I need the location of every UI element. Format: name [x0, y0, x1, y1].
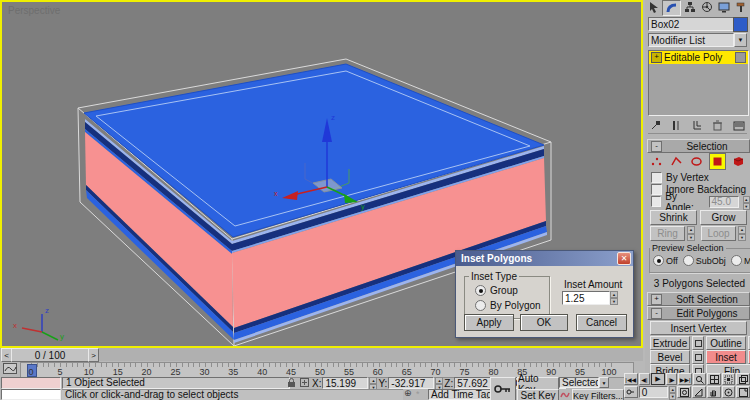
bevel-button[interactable]: Bevel	[650, 350, 690, 364]
previous-frame-button[interactable]: ◀|	[639, 373, 651, 385]
y-spinner[interactable]: ▲▼	[435, 377, 443, 389]
arc-rotate-icon[interactable]	[722, 386, 736, 398]
pin-stack-icon[interactable]	[650, 120, 661, 131]
tab-display[interactable]	[715, 0, 732, 14]
inset-button[interactable]: Inset	[706, 350, 746, 364]
play-button[interactable]: ▶	[651, 373, 665, 385]
zoom-extents-icon[interactable]	[722, 373, 736, 385]
time-configuration-icon[interactable]	[677, 386, 691, 398]
tab-modify[interactable]	[662, 0, 681, 16]
go-to-end-button[interactable]: ▶▶|	[678, 373, 692, 385]
inset-amount-spinner[interactable]: ▲▼	[610, 291, 618, 305]
loop-button[interactable]: Loop	[701, 226, 736, 241]
x-spinner[interactable]: ▲▼	[369, 377, 377, 389]
inset-type-option-by-polygon[interactable]: By Polygon	[475, 300, 549, 311]
expand-icon[interactable]: +	[651, 52, 662, 63]
expand-icon[interactable]: +	[651, 294, 662, 305]
insert-vertex-button[interactable]: Insert Vertex	[650, 321, 747, 335]
collapse-icon[interactable]: -	[651, 308, 662, 319]
x-label: X:	[312, 378, 321, 389]
zoom-icon[interactable]	[693, 373, 707, 385]
configure-modifier-sets-icon[interactable]	[733, 120, 745, 131]
modifier-list-dropdown[interactable]: Modifier List ▼	[648, 33, 747, 47]
absolute-mode-icon[interactable]	[299, 377, 310, 388]
viewport-label[interactable]: Perspective	[8, 5, 60, 16]
min-max-toggle-icon[interactable]	[736, 386, 750, 398]
key-filters-curve-icon[interactable]	[559, 389, 571, 400]
time-slider-track[interactable]: < 0 / 100 >	[0, 348, 643, 361]
grow-button[interactable]: Grow	[700, 210, 747, 225]
object-name-field[interactable]: Box02	[648, 17, 734, 31]
frame-spinner[interactable]: ▲▼	[669, 386, 676, 398]
next-frame-button[interactable]: |▶	[666, 373, 678, 385]
maxscript-mini-listener[interactable]	[1, 389, 61, 400]
chevron-down-icon[interactable]: ▼	[734, 33, 747, 47]
zoom-all-icon[interactable]	[707, 373, 721, 385]
rollout-edit-polygons[interactable]: - Edit Polygons	[647, 306, 750, 320]
next-frame-arrow[interactable]: >	[88, 348, 99, 362]
tab-motion[interactable]	[698, 0, 715, 14]
by-angle-checkbox[interactable]: By Angle: 45.0 ▲▼	[651, 196, 750, 207]
polygon-mode-icon[interactable]	[709, 153, 726, 170]
make-unique-icon[interactable]	[692, 120, 703, 131]
set-key-mode-icon[interactable]	[490, 377, 516, 400]
globe-icon[interactable]: ⊕	[404, 388, 412, 398]
inset-amount-field[interactable]: 1.25	[562, 291, 610, 305]
light-toggle-icon[interactable]	[735, 52, 746, 63]
border-mode-icon[interactable]	[689, 154, 704, 169]
rollout-soft-selection[interactable]: + Soft Selection	[647, 292, 750, 306]
apply-button[interactable]: Apply	[464, 314, 514, 331]
time-slider-handle[interactable]: 0 / 100	[11, 348, 89, 362]
preview-off-radio[interactable]	[653, 255, 664, 266]
extrude-button[interactable]: Extrude	[650, 336, 690, 350]
element-mode-icon[interactable]	[731, 154, 746, 169]
close-icon[interactable]: ✕	[617, 252, 631, 265]
selection-set-dropdown[interactable]: Selected ▼	[559, 377, 609, 388]
macro-recorder-mini-listener[interactable]	[1, 377, 61, 389]
extrude-settings-icon[interactable]	[692, 336, 704, 350]
by-angle-field[interactable]: 45.0	[709, 196, 739, 208]
ring-spinner[interactable]: ▲▼	[687, 226, 695, 241]
inset-type-option-group[interactable]: Group	[475, 285, 549, 296]
ok-button[interactable]: OK	[520, 314, 568, 331]
edge-mode-icon[interactable]	[669, 154, 684, 169]
dialog-titlebar[interactable]: Inset Polygons ✕	[456, 251, 633, 266]
bevel-settings-icon[interactable]	[692, 350, 704, 364]
loop-spinner[interactable]: ▲▼	[738, 226, 746, 241]
tab-create[interactable]	[645, 0, 662, 14]
by-vertex-checkbox[interactable]: By Vertex	[651, 172, 709, 183]
field-of-view-icon[interactable]	[692, 386, 706, 398]
key-mode-toggle-icon[interactable]	[624, 386, 638, 398]
svg-text:x: x	[274, 190, 278, 197]
set-key-button[interactable]: Set Key	[517, 389, 559, 400]
ring-button[interactable]: Ring	[650, 226, 685, 241]
shrink-button[interactable]: Shrink	[650, 210, 697, 225]
by-angle-spinner[interactable]: ▲▼	[743, 196, 750, 208]
outline-button[interactable]: Outline	[706, 336, 746, 350]
mini-curve-editor-icon[interactable]	[2, 362, 18, 375]
remove-modifier-icon[interactable]	[712, 120, 723, 131]
show-end-result-icon[interactable]	[671, 120, 682, 131]
add-time-tag[interactable]: Add Time Tag	[428, 389, 492, 400]
radio-group[interactable]	[475, 285, 486, 296]
selection-lock-icon[interactable]	[286, 377, 297, 388]
tab-hierarchy[interactable]	[681, 0, 698, 14]
collapse-icon[interactable]: -	[651, 141, 662, 152]
key-filters-button[interactable]: Key Filters...	[572, 389, 624, 400]
modifier-stack-item[interactable]: + Editable Poly	[649, 51, 748, 64]
rollout-selection[interactable]: - Selection	[647, 139, 750, 153]
zoom-extents-all-icon[interactable]	[736, 373, 750, 385]
selection-set-value: Selected	[559, 377, 599, 388]
object-color-swatch[interactable]	[733, 17, 748, 32]
vertex-mode-icon[interactable]	[649, 154, 664, 169]
current-frame-field[interactable]: 0	[639, 386, 668, 398]
tab-utilities[interactable]	[732, 0, 749, 14]
radio-by-polygon[interactable]	[475, 300, 486, 311]
go-to-start-button[interactable]: |◀◀	[624, 373, 638, 385]
pan-hand-icon[interactable]	[707, 386, 721, 398]
chevron-down-icon[interactable]: ▼	[599, 377, 609, 388]
preview-multi-radio[interactable]	[731, 255, 742, 266]
preview-subobj-radio[interactable]	[683, 255, 694, 266]
cancel-button[interactable]: Cancel	[576, 314, 627, 331]
x-coordinate-field[interactable]: 15.199	[322, 377, 368, 389]
